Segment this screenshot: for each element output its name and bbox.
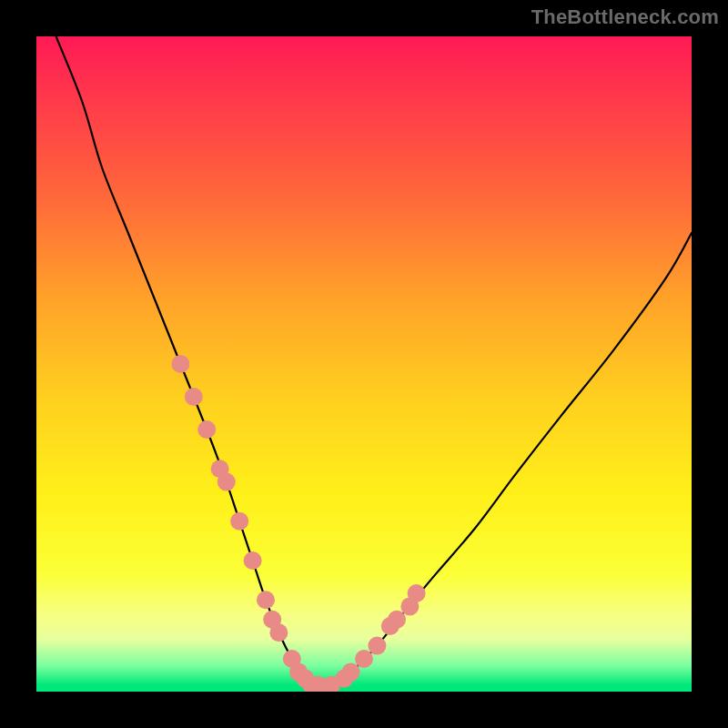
highlight-dot	[355, 650, 373, 668]
highlight-dots	[171, 355, 425, 692]
highlight-dot	[269, 623, 288, 642]
highlight-dot	[244, 551, 262, 570]
highlight-dot	[197, 420, 216, 439]
highlight-dot	[368, 637, 386, 655]
highlight-dot	[342, 662, 360, 681]
plot-area	[36, 36, 692, 692]
highlight-dot	[388, 611, 406, 629]
bottleneck-curve	[56, 36, 692, 686]
highlight-dot	[171, 355, 189, 373]
curve-layer	[36, 36, 692, 692]
chart-frame: TheBottleneck.com	[0, 0, 728, 728]
highlight-dot	[408, 584, 426, 602]
highlight-dot	[217, 473, 236, 491]
highlight-dot	[185, 388, 203, 406]
highlight-dot	[257, 591, 275, 609]
baseline	[36, 690, 692, 692]
watermark-text: TheBottleneck.com	[531, 5, 719, 29]
highlight-dot	[230, 512, 248, 531]
